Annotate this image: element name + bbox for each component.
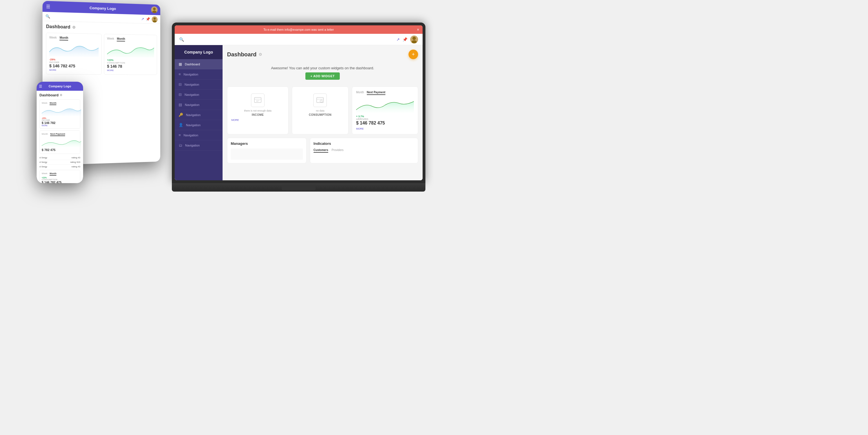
- phone-logo: Company Logo: [49, 85, 71, 88]
- sidebar-item-dashboard[interactable]: ▦ Dashboard: [175, 59, 223, 69]
- laptop-screen-frame: To e-mail them info@exampe.com was sent …: [175, 25, 423, 180]
- indicator-tab-providers[interactable]: Providers: [332, 149, 343, 153]
- sidebar-item-label: Navigation: [185, 93, 199, 96]
- share-icon[interactable]: ↗: [396, 37, 400, 42]
- phone-tab-month[interactable]: Month: [50, 102, 56, 105]
- add-widget-button[interactable]: + ADD WIDGET: [305, 72, 340, 80]
- main-content: Dashboard ⚙ + Awesome! You can add your …: [223, 45, 423, 180]
- phone-hamburger-icon[interactable]: ☰: [39, 84, 42, 89]
- phone-list: d Sergy rating 43 d Sergy rating 919 d S…: [39, 156, 80, 169]
- payment-tab-nextpay[interactable]: Next Payment: [367, 91, 385, 95]
- income-no-data: there is not enough data: [231, 109, 284, 112]
- tab-week[interactable]: Week: [49, 36, 57, 40]
- list-item: d Sergy rating 919: [39, 160, 80, 164]
- svg-point-1: [152, 10, 156, 13]
- tablet-consumption-chart: [107, 43, 154, 58]
- tablet-search-icons: ↗ 📌: [141, 16, 157, 22]
- phone-consumption-stat: +23% CONSUMPTION $ 146 782 475: [42, 177, 78, 183]
- fab-add-button[interactable]: +: [408, 50, 418, 59]
- svg-point-2: [154, 18, 156, 20]
- phone-consumption-amount: $ 146 782 475: [42, 181, 78, 183]
- tablet-consumption-stat: +23% CONSUMPTION $ 146 78 MORE: [107, 59, 154, 72]
- phone-payment-stat: $ 782 475: [42, 148, 78, 152]
- sidebar-item-nav4[interactable]: ▤ Navigation: [175, 100, 223, 110]
- page-settings-icon[interactable]: ⚙: [259, 52, 262, 57]
- search-icon: 🔍: [45, 14, 50, 19]
- phone-body: Dashboard ⚙ Week Month: [37, 91, 83, 183]
- tablet-consumption-widget: Week Month: [104, 34, 157, 75]
- svg-point-4: [412, 37, 416, 40]
- income-widget-card: there is not enough data INCOME MORE: [227, 87, 288, 134]
- sidebar-item-label: Navigation: [185, 144, 200, 147]
- payment-more[interactable]: MORE: [356, 127, 414, 130]
- phone-consumption-label: CONSUMPTION: [42, 179, 78, 181]
- tablet-body: Dashboard ⚙ Week Month: [42, 21, 160, 80]
- sidebar-item-nav5[interactable]: 🔑 Navigation: [175, 110, 223, 120]
- sidebar-item-nav8[interactable]: 🗂 Navigation: [175, 140, 223, 150]
- laptop-lid: To e-mail them info@exampe.com was sent …: [172, 23, 425, 183]
- phone-settings-icon[interactable]: ⚙: [60, 94, 62, 97]
- consumption-icon: [313, 94, 327, 107]
- sidebar-logo: Company Logo: [175, 45, 223, 59]
- income-more[interactable]: MORE: [49, 69, 99, 71]
- phone-tab-week3[interactable]: Week: [42, 172, 47, 176]
- tab-month-2[interactable]: Month: [117, 37, 125, 41]
- share-icon[interactable]: ↗: [141, 17, 144, 21]
- consumption-more[interactable]: MORE: [107, 69, 154, 72]
- notification-icon[interactable]: 📌: [403, 37, 407, 42]
- phone-income-more[interactable]: MORE: [42, 125, 78, 126]
- phone-tab-month2[interactable]: Month: [42, 133, 48, 136]
- sidebar-item-nav1[interactable]: ≡ Navigation: [175, 69, 223, 80]
- svg-point-12: [320, 100, 322, 102]
- phone-tab-nextpay[interactable]: Next Payment: [50, 133, 65, 136]
- tablet-income-stat: -29% INCOME $ 146 782 475 MORE: [49, 58, 99, 71]
- tab-month[interactable]: Month: [60, 36, 68, 40]
- payment-arrived-label: ARRIVED: [356, 118, 414, 121]
- phone-payment-widget: Month Next Payment: [39, 130, 80, 154]
- sidebar-item-nav6[interactable]: 👤 Navigation: [175, 120, 223, 130]
- phone-income-tabs: Week Month: [42, 102, 78, 105]
- phone-tab-month3[interactable]: Month: [50, 172, 56, 176]
- phone-tab-week[interactable]: Week: [42, 102, 47, 105]
- laptop-trackpad: [282, 185, 315, 190]
- phone-consumption-tabs: Week Month: [42, 172, 78, 176]
- tablet-header-avatar: [152, 16, 157, 22]
- sidebar-item-label: Navigation: [184, 133, 198, 137]
- phone-income-label: INCOME: [42, 119, 78, 121]
- indicators-card: Indicators Customers Providers: [310, 138, 418, 163]
- tablet-income-tabs: Week Month: [49, 36, 99, 41]
- bottom-row: Managers Indicators Customers Providers: [227, 138, 418, 163]
- indicator-tab-customers[interactable]: Customers: [314, 149, 328, 153]
- svg-point-0: [153, 8, 156, 10]
- hamburger-icon[interactable]: ☰: [46, 4, 50, 9]
- notification-close-button[interactable]: ×: [417, 27, 419, 32]
- phone-payment-tabs: Month Next Payment: [42, 133, 78, 136]
- app-header-right: ↗ 📌: [396, 35, 418, 43]
- sidebar-item-label: Navigation: [186, 123, 200, 127]
- tab-week-2[interactable]: Week: [107, 37, 114, 41]
- laptop-base: [172, 183, 425, 192]
- app-search-icon[interactable]: 🔍: [179, 37, 184, 42]
- nav2-icon: ⊟: [179, 82, 182, 87]
- bookmark-icon[interactable]: 📌: [146, 17, 150, 21]
- app-user-avatar[interactable]: [410, 35, 418, 43]
- scene: ☰ Company Logo 🔍 ↗ 📌: [0, 0, 434, 218]
- payment-chart: [356, 97, 414, 113]
- payment-tab-month[interactable]: Month: [356, 91, 364, 95]
- income-card-more[interactable]: MORE: [231, 119, 284, 121]
- phone-income-widget: Week Month -29%: [39, 99, 80, 129]
- laptop-device: To e-mail them info@exampe.com was sent …: [172, 23, 425, 197]
- settings-icon[interactable]: ⚙: [72, 25, 75, 29]
- phone-page-title: Dashboard ⚙: [39, 93, 80, 97]
- payment-tabs: Month Next Payment: [356, 91, 414, 95]
- notification-message: To e-mail them info@exampe.com was sent …: [264, 28, 334, 31]
- nav4-icon: ▤: [179, 102, 182, 107]
- list-item: d Sergy rating 43: [39, 156, 80, 160]
- sidebar-item-nav7[interactable]: ≡ Navigation: [175, 130, 223, 140]
- sidebar-item-nav3[interactable]: ⊟ Navigation: [175, 90, 223, 100]
- sidebar-item-nav2[interactable]: ⊟ Navigation: [175, 80, 223, 90]
- income-card-label: INCOME: [231, 113, 284, 116]
- main-header: Dashboard ⚙ +: [227, 50, 418, 59]
- tablet-logo: Company Logo: [90, 6, 116, 11]
- welcome-message: Awesome! You can add your custom widgets…: [227, 63, 418, 83]
